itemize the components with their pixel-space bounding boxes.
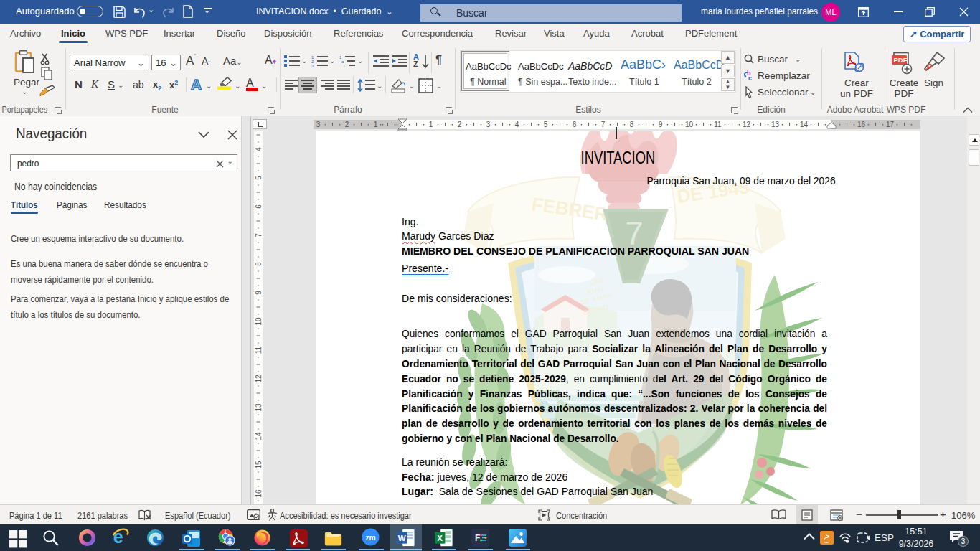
svg-text:3: 3 — [316, 121, 321, 128]
svg-text:X: X — [437, 534, 443, 542]
svg-text:3: 3 — [486, 121, 491, 128]
svg-text:15: 15 — [255, 461, 263, 469]
svg-text:1: 1 — [429, 121, 433, 128]
svg-text:16: 16 — [857, 121, 866, 128]
svg-text:13: 13 — [255, 403, 263, 412]
svg-text:12: 12 — [255, 375, 263, 383]
svg-text:F: F — [475, 533, 480, 543]
svg-text:6: 6 — [255, 204, 263, 209]
svg-text:14: 14 — [255, 432, 263, 441]
svg-text:8: 8 — [255, 262, 263, 266]
svg-text:11: 11 — [255, 346, 263, 354]
svg-text:2: 2 — [345, 121, 349, 128]
svg-text:8: 8 — [630, 121, 634, 128]
svg-text:W: W — [398, 534, 406, 542]
svg-text:14: 14 — [800, 121, 809, 128]
svg-text:10: 10 — [255, 317, 263, 326]
svg-text:c: c — [748, 75, 752, 81]
svg-text:13: 13 — [771, 121, 780, 128]
svg-text:zm: zm — [365, 534, 375, 542]
svg-text:PDF: PDF — [894, 56, 908, 64]
svg-text:10: 10 — [685, 121, 694, 128]
svg-text:4: 4 — [255, 147, 263, 151]
svg-text:9: 9 — [659, 121, 663, 128]
svg-text:5: 5 — [255, 176, 263, 180]
svg-text:9: 9 — [255, 291, 263, 295]
svg-text:i: i — [344, 64, 344, 68]
svg-text:2: 2 — [458, 121, 462, 128]
svg-text:1: 1 — [374, 121, 378, 128]
svg-text:6: 6 — [573, 121, 577, 128]
svg-text:12: 12 — [743, 121, 751, 128]
svg-text:17: 17 — [886, 121, 895, 128]
svg-text:11: 11 — [714, 121, 722, 128]
svg-text:3: 3 — [311, 64, 314, 68]
svg-text:4: 4 — [515, 121, 519, 128]
svg-text:5: 5 — [544, 121, 548, 128]
svg-text:7: 7 — [601, 121, 606, 128]
svg-text:7: 7 — [255, 233, 263, 237]
svg-text:16: 16 — [255, 489, 263, 498]
